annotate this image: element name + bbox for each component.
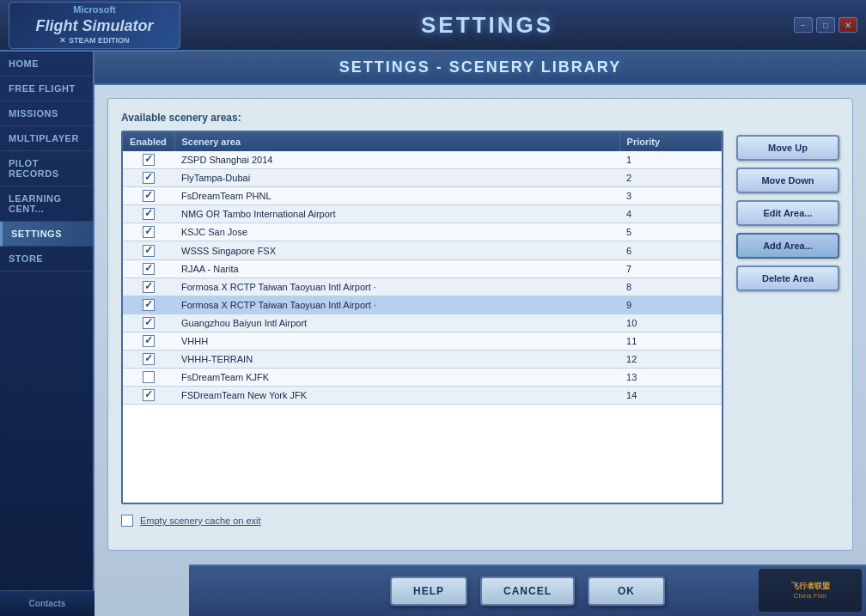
priority-cell: 4: [619, 205, 721, 223]
scenery-name-cell: FSDreamTeam New York JFK: [174, 387, 619, 405]
table-row[interactable]: FsDreamTeam KJFK13: [123, 369, 722, 387]
move-up-button[interactable]: Move Up: [736, 135, 839, 161]
main-content: SETTINGS - SCENERY LIBRARY Available sce…: [95, 52, 866, 616]
enabled-cell: [123, 369, 174, 387]
sidebar-item-learning-center[interactable]: LEARNING CENT...: [0, 186, 93, 222]
sidebar-item-settings[interactable]: SETTINGS: [0, 222, 93, 247]
sidebar-item-multiplayer[interactable]: MULTIPLAYER: [0, 126, 93, 151]
title-area: SETTINGS: [180, 12, 794, 39]
table-row[interactable]: Formosa X RCTP Taiwan Taoyuan Intl Airpo…: [123, 278, 722, 296]
scenery-name-cell: FsDreamTeam PHNL: [174, 187, 619, 205]
enabled-checkbox[interactable]: [143, 353, 155, 365]
enabled-checkbox[interactable]: [143, 154, 155, 166]
enabled-cell: [123, 151, 174, 169]
enabled-cell: [123, 223, 174, 241]
content-panel: Available scenery areas: Enabled Scenery…: [107, 98, 853, 551]
sidebar-item-home[interactable]: HOME: [0, 52, 93, 76]
table-row[interactable]: KSJC San Jose5: [123, 223, 722, 241]
enabled-checkbox[interactable]: [143, 389, 155, 401]
enabled-checkbox[interactable]: [143, 172, 155, 184]
sub-title: SETTINGS - SCENERY LIBRARY: [112, 58, 849, 76]
edit-area-button[interactable]: Edit Area...: [736, 200, 839, 226]
table-row[interactable]: RJAA - Narita7: [123, 259, 722, 278]
priority-cell: 14: [619, 387, 721, 405]
scenery-name-cell: VHHH-TERRAIN: [174, 351, 619, 369]
enabled-checkbox[interactable]: [143, 335, 155, 347]
enabled-cell: [123, 332, 174, 350]
sidebar-item-missions[interactable]: MISSIONS: [0, 101, 93, 126]
sidebar-item-free-flight[interactable]: FREE FLIGHT: [0, 76, 93, 101]
enabled-cell: [123, 169, 174, 187]
scenery-name-cell: WSSS Singapore FSX: [174, 241, 619, 259]
enabled-cell: [123, 278, 174, 296]
table-row[interactable]: Guangzhou Baiyun Intl Airport10: [123, 314, 722, 332]
table-row[interactable]: VHHH-TERRAIN12: [123, 351, 722, 369]
enabled-cell: [123, 296, 174, 314]
scenery-table: Enabled Scenery area Priority ZSPD Shang…: [123, 132, 722, 405]
enabled-checkbox[interactable]: [143, 281, 155, 293]
enabled-checkbox[interactable]: [143, 226, 155, 238]
table-row[interactable]: FlyTampa-Dubai2: [123, 169, 722, 187]
scenery-name-cell: Formosa X RCTP Taiwan Taoyuan Intl Airpo…: [174, 278, 619, 296]
watermark-line2: China Flier: [794, 592, 827, 600]
cache-checkbox[interactable]: [121, 515, 133, 527]
scenery-name-cell: RJAA - Narita: [174, 259, 619, 278]
enabled-checkbox[interactable]: [143, 263, 155, 275]
table-row[interactable]: NMG OR Tambo International Airport4: [123, 205, 722, 223]
add-area-button[interactable]: Add Area...: [736, 233, 839, 259]
priority-cell: 10: [619, 314, 721, 332]
scenery-name-cell: KSJC San Jose: [174, 223, 619, 241]
enabled-cell: [123, 241, 174, 259]
enabled-cell: [123, 205, 174, 223]
enabled-checkbox[interactable]: [143, 299, 155, 311]
header-scenery-area: Scenery area: [174, 132, 619, 151]
table-row[interactable]: FSDreamTeam New York JFK14: [123, 387, 722, 405]
enabled-checkbox[interactable]: [143, 208, 155, 220]
enabled-cell: [123, 351, 174, 369]
table-header-row: Enabled Scenery area Priority: [123, 132, 722, 151]
scenery-name-cell: Formosa X RCTP Taiwan Taoyuan Intl Airpo…: [174, 296, 619, 314]
help-button[interactable]: HELP: [390, 576, 467, 606]
priority-cell: 5: [619, 223, 721, 241]
table-row[interactable]: Formosa X RCTP Taiwan Taoyuan Intl Airpo…: [123, 296, 722, 314]
cache-row: Empty scenery cache on exit: [121, 515, 839, 527]
scenery-name-cell: NMG OR Tambo International Airport: [174, 205, 619, 223]
contacts-bar: Contacts: [0, 590, 95, 616]
logo-text: Microsoft Flight Simulator ✕ STEAM EDITI…: [36, 3, 154, 46]
minimize-button[interactable]: −: [794, 17, 813, 33]
scenery-name-cell: ZSPD Shanghai 2014: [174, 151, 619, 169]
sidebar: HOME FREE FLIGHT MISSIONS MULTIPLAYER PI…: [0, 52, 95, 616]
main-title: SETTINGS: [180, 12, 794, 39]
restore-button[interactable]: □: [816, 17, 835, 33]
priority-cell: 2: [619, 169, 721, 187]
priority-cell: 7: [619, 259, 721, 278]
priority-cell: 9: [619, 296, 721, 314]
scenery-table-wrapper: Enabled Scenery area Priority ZSPD Shang…: [121, 131, 723, 504]
delete-area-button[interactable]: Delete Area: [736, 265, 839, 291]
table-row[interactable]: FsDreamTeam PHNL3: [123, 187, 722, 205]
move-down-button[interactable]: Move Down: [736, 168, 839, 193]
table-row[interactable]: ZSPD Shanghai 20141: [123, 151, 722, 169]
sub-title-bar: SETTINGS - SCENERY LIBRARY: [95, 52, 866, 85]
enabled-checkbox[interactable]: [143, 245, 155, 257]
sidebar-item-store[interactable]: STORE: [0, 247, 93, 271]
priority-cell: 8: [619, 278, 721, 296]
enabled-checkbox[interactable]: [143, 317, 155, 329]
contacts-label: Contacts: [29, 599, 66, 608]
cache-label[interactable]: Empty scenery cache on exit: [140, 515, 261, 526]
sidebar-item-pilot-records[interactable]: PILOT RECORDS: [0, 151, 93, 186]
header-priority: Priority: [619, 132, 721, 151]
table-row[interactable]: VHHH11: [123, 332, 722, 350]
cancel-button[interactable]: CANCEL: [480, 576, 575, 606]
scenery-name-cell: FlyTampa-Dubai: [174, 169, 619, 187]
enabled-checkbox[interactable]: [143, 371, 155, 383]
enabled-checkbox[interactable]: [143, 190, 155, 202]
priority-cell: 11: [619, 332, 721, 350]
ok-button[interactable]: OK: [588, 576, 665, 606]
priority-cell: 13: [619, 369, 721, 387]
window-controls: − □ ✕: [794, 17, 857, 33]
priority-cell: 1: [619, 151, 721, 169]
priority-cell: 3: [619, 187, 721, 205]
table-row[interactable]: WSSS Singapore FSX6: [123, 241, 722, 259]
close-button[interactable]: ✕: [839, 17, 857, 33]
